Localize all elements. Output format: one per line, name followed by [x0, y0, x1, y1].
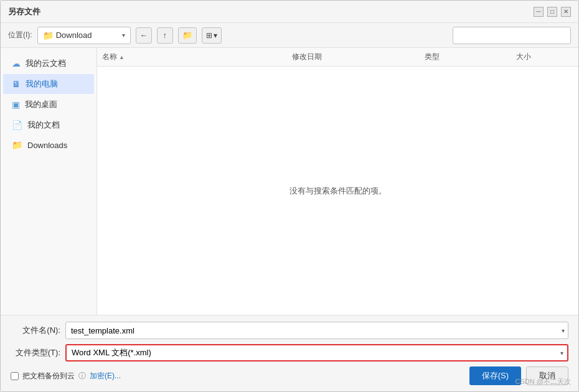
new-folder-button[interactable]: 📁 — [178, 27, 197, 44]
filename-row: 文件名(N): test_template.xml ▾ — [11, 322, 568, 339]
window-controls: ─ □ ✕ — [534, 7, 571, 17]
backup-label: 把文档备份到云 — [22, 371, 75, 381]
computer-icon: 🖥 — [12, 79, 21, 89]
folder-icon: 📁 — [43, 30, 54, 40]
filetype-select[interactable]: Word XML 文档(*.xml) — [65, 344, 568, 362]
folder-icon: 📁 — [12, 140, 22, 150]
save-button[interactable]: 保存(S) — [469, 366, 521, 385]
sidebar-item-label: Downloads — [27, 141, 67, 150]
file-area: 名称 ▲ 修改日期 类型 大小 没有与搜索条件匹配的项。 — [97, 48, 578, 315]
search-input[interactable] — [453, 27, 571, 44]
sidebar-item-label: 我的云文档 — [26, 58, 66, 69]
filename-input[interactable]: test_template.xml — [65, 322, 568, 339]
bottom-bar: 文件名(N): test_template.xml ▾ 文件类型(T): Wor… — [1, 315, 578, 391]
column-headers: 名称 ▲ 修改日期 类型 大小 — [97, 48, 578, 67]
sidebar-item-desktop[interactable]: ▣ 我的桌面 — [3, 95, 94, 114]
location-label: 位置(I): — [8, 30, 32, 40]
empty-message: 没有与搜索条件匹配的项。 — [290, 185, 387, 197]
sidebar: ☁ 我的云文档 🖥 我的电脑 ▣ 我的桌面 📄 我的文档 📁 Downloads — [1, 48, 97, 315]
filename-label: 文件名(N): — [11, 325, 60, 336]
col-header-type[interactable]: 类型 — [420, 52, 511, 62]
title-bar: 另存文件 ─ □ ✕ — [1, 1, 578, 23]
col-header-name[interactable]: 名称 ▲ — [97, 52, 287, 62]
filename-container: test_template.xml ▾ — [65, 322, 568, 339]
filetype-row: 文件类型(T): Word XML 文档(*.xml) ▾ — [11, 344, 568, 362]
col-header-size[interactable]: 大小 — [511, 52, 578, 62]
file-list: 没有与搜索条件匹配的项。 — [97, 67, 578, 315]
view-icon: ⊞ — [206, 31, 212, 40]
close-button[interactable]: ✕ — [561, 7, 571, 17]
location-dropdown[interactable]: 📁 Download ▾ — [37, 27, 131, 44]
sort-arrow-icon: ▲ — [119, 54, 125, 60]
cloud-icon: ☁ — [12, 58, 21, 68]
chevron-down-icon: ▾ — [122, 32, 125, 39]
sidebar-item-downloads[interactable]: 📁 Downloads — [3, 136, 94, 154]
toolbar: 位置(I): 📁 Download ▾ ← ↑ 📁 ⊞ ▾ — [1, 23, 578, 48]
encrypt-link[interactable]: 加密(E)... — [90, 371, 121, 381]
window-title: 另存文件 — [8, 6, 40, 17]
sidebar-item-label: 我的电脑 — [26, 78, 58, 90]
filetype-label: 文件类型(T): — [11, 347, 60, 358]
watermark: CSDN @不二天次 — [515, 377, 571, 386]
document-icon: 📄 — [12, 120, 22, 130]
col-header-date[interactable]: 修改日期 — [287, 52, 420, 62]
main-content: ☁ 我的云文档 🖥 我的电脑 ▣ 我的桌面 📄 我的文档 📁 Downloads — [1, 48, 578, 315]
filetype-container: Word XML 文档(*.xml) ▾ — [65, 344, 568, 362]
options-row: 把文档备份到云 ⓘ 加密(E)... 保存(S) 取消 — [11, 366, 568, 385]
desktop-icon: ▣ — [12, 100, 20, 110]
back-button[interactable]: ← — [136, 27, 152, 44]
location-text: Download — [56, 30, 120, 40]
info-icon[interactable]: ⓘ — [78, 371, 86, 381]
view-arrow-icon: ▾ — [214, 31, 217, 40]
maximize-button[interactable]: □ — [547, 7, 557, 17]
backup-checkbox[interactable] — [11, 372, 19, 380]
up-button[interactable]: ↑ — [157, 27, 173, 44]
sidebar-item-mypc[interactable]: 🖥 我的电脑 — [3, 74, 94, 94]
sidebar-item-mydoc[interactable]: 📄 我的文档 — [3, 115, 94, 135]
sidebar-item-label: 我的文档 — [27, 119, 60, 131]
backup-option: 把文档备份到云 ⓘ 加密(E)... — [11, 371, 121, 381]
view-button[interactable]: ⊞ ▾ — [202, 27, 222, 44]
minimize-button[interactable]: ─ — [534, 7, 544, 17]
sidebar-item-cloud[interactable]: ☁ 我的云文档 — [3, 54, 94, 73]
sidebar-item-label: 我的桌面 — [25, 99, 57, 110]
